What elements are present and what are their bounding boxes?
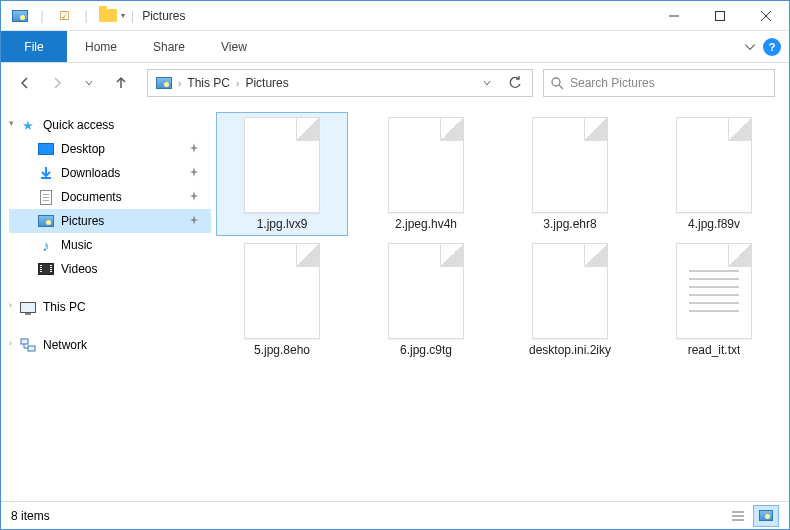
desktop-icon: [38, 143, 54, 155]
network-icon: [19, 336, 37, 354]
sidebar-item-desktop[interactable]: Desktop: [9, 137, 211, 161]
file-name: 2.jpeg.hv4h: [395, 217, 457, 231]
search-input[interactable]: [570, 76, 768, 90]
title-separator: |: [131, 9, 134, 23]
file-grid: 1.jpg.lvx92.jpeg.hv4h3.jpg.ehr84.jpg.f89…: [217, 113, 783, 361]
navigation-pane: ▾ ★ Quick access DesktopDownloadsDocumen…: [1, 103, 211, 501]
search-box[interactable]: [543, 69, 775, 97]
file-item[interactable]: 4.jpg.f89v: [649, 113, 779, 235]
title-bar: | ☑ | ▾ | Pictures: [1, 1, 789, 31]
sidebar-item-label: Documents: [61, 190, 122, 204]
qat-separator: |: [31, 5, 53, 27]
thumbnails-icon: [759, 510, 773, 521]
chevron-right-icon[interactable]: ›: [234, 78, 241, 89]
pictures-icon: [12, 10, 28, 22]
music-icon: ♪: [42, 237, 50, 254]
details-view-button[interactable]: [725, 505, 751, 527]
close-button[interactable]: [743, 1, 789, 31]
recent-locations-button[interactable]: [75, 69, 103, 97]
star-icon: ★: [22, 118, 34, 133]
file-name: 5.jpg.8eho: [254, 343, 310, 357]
pictures-icon: [38, 215, 54, 227]
navigation-bar: › This PC › Pictures: [1, 63, 789, 103]
qat-new-folder[interactable]: [97, 5, 119, 27]
tab-share[interactable]: Share: [135, 31, 203, 62]
nav-quick-access[interactable]: ▾ ★ Quick access: [9, 113, 211, 137]
nav-network[interactable]: › Network: [9, 333, 211, 357]
file-item[interactable]: 6.jpg.c9tg: [361, 239, 491, 361]
help-button[interactable]: ?: [763, 38, 781, 56]
file-name: 4.jpg.f89v: [688, 217, 740, 231]
app-icon[interactable]: [9, 5, 31, 27]
minimize-button[interactable]: [651, 1, 697, 31]
crumb-this-pc[interactable]: This PC: [183, 76, 234, 90]
file-name: 3.jpg.ehr8: [543, 217, 596, 231]
sidebar-item-label: Downloads: [61, 166, 120, 180]
svg-rect-9: [28, 346, 35, 351]
file-icon: [532, 117, 608, 213]
tab-home[interactable]: Home: [67, 31, 135, 62]
ribbon: File Home Share View ?: [1, 31, 789, 63]
nav-this-pc[interactable]: › This PC: [9, 295, 211, 319]
collapse-icon[interactable]: ▾: [9, 118, 14, 128]
address-bar[interactable]: › This PC › Pictures: [147, 69, 533, 97]
large-icons-view-button[interactable]: [753, 505, 779, 527]
expand-icon[interactable]: ›: [9, 300, 12, 310]
file-item[interactable]: read_it.txt: [649, 239, 779, 361]
expand-icon[interactable]: ›: [9, 338, 12, 348]
sidebar-item-videos[interactable]: Videos: [9, 257, 211, 281]
refresh-button[interactable]: [502, 70, 528, 96]
downloads-icon: [39, 166, 53, 180]
ribbon-right: ?: [743, 31, 789, 62]
main-area: ▾ ★ Quick access DesktopDownloadsDocumen…: [1, 103, 789, 501]
expand-ribbon-icon[interactable]: [743, 40, 757, 54]
window-controls: [651, 1, 789, 31]
file-menu[interactable]: File: [1, 31, 67, 62]
sidebar-item-label: Desktop: [61, 142, 105, 156]
nav-label: This PC: [43, 300, 86, 314]
up-button[interactable]: [107, 69, 135, 97]
nav-label: Quick access: [43, 118, 114, 132]
qat-properties[interactable]: ☑: [53, 5, 75, 27]
pin-icon: [189, 167, 199, 179]
qat-separator-2: |: [75, 5, 97, 27]
file-icon: [244, 117, 320, 213]
svg-line-5: [559, 85, 563, 89]
window-title: Pictures: [142, 9, 185, 23]
search-icon: [550, 76, 564, 90]
file-icon: [244, 243, 320, 339]
file-item[interactable]: 3.jpg.ehr8: [505, 113, 635, 235]
pc-icon: [20, 302, 36, 313]
back-button[interactable]: [11, 69, 39, 97]
file-item[interactable]: 5.jpg.8eho: [217, 239, 347, 361]
svg-rect-8: [21, 339, 28, 344]
qat-dropdown-icon[interactable]: ▾: [121, 11, 125, 20]
crumb-pictures[interactable]: Pictures: [241, 76, 292, 90]
item-count: 8 items: [11, 509, 50, 523]
tab-view[interactable]: View: [203, 31, 265, 62]
file-item[interactable]: desktop.ini.2iky: [505, 239, 635, 361]
file-name: desktop.ini.2iky: [529, 343, 611, 357]
quick-access-toolbar: | ☑ | ▾: [9, 5, 125, 27]
file-item[interactable]: 2.jpeg.hv4h: [361, 113, 491, 235]
sidebar-item-pictures[interactable]: Pictures: [9, 209, 211, 233]
file-icon: [676, 117, 752, 213]
file-name: 1.jpg.lvx9: [257, 217, 308, 231]
documents-icon: [40, 190, 52, 205]
file-icon: [388, 243, 464, 339]
chevron-right-icon[interactable]: ›: [176, 78, 183, 89]
sidebar-item-documents[interactable]: Documents: [9, 185, 211, 209]
svg-rect-1: [716, 11, 725, 20]
view-switcher: [725, 505, 779, 527]
file-content-area[interactable]: 1.jpg.lvx92.jpeg.hv4h3.jpg.ehr84.jpg.f89…: [211, 103, 789, 501]
sidebar-item-music[interactable]: ♪Music: [9, 233, 211, 257]
status-bar: 8 items: [1, 501, 789, 529]
file-name: 6.jpg.c9tg: [400, 343, 452, 357]
pin-icon: [189, 191, 199, 203]
sidebar-item-downloads[interactable]: Downloads: [9, 161, 211, 185]
file-item[interactable]: 1.jpg.lvx9: [217, 113, 347, 235]
address-dropdown-button[interactable]: [474, 70, 500, 96]
maximize-button[interactable]: [697, 1, 743, 31]
forward-button[interactable]: [43, 69, 71, 97]
sidebar-item-label: Videos: [61, 262, 97, 276]
